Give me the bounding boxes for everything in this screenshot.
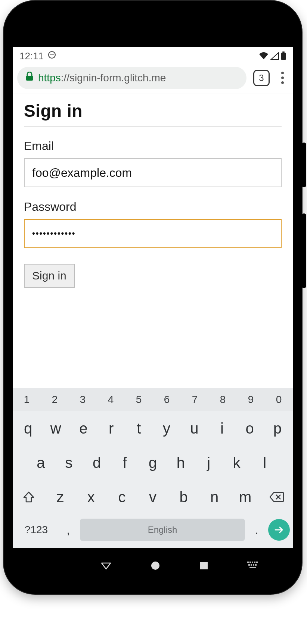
key-j[interactable]: j (195, 454, 223, 471)
battery-icon (281, 51, 286, 60)
dot-icon (281, 81, 284, 84)
email-input[interactable]: foo@example.com (24, 158, 282, 187)
svg-rect-19 (249, 567, 256, 568)
key-3[interactable]: 3 (69, 388, 97, 411)
svg-rect-15 (248, 564, 250, 566)
key-c[interactable]: c (106, 489, 137, 506)
key-9[interactable]: 9 (237, 388, 265, 411)
svg-rect-4 (26, 76, 33, 81)
overflow-menu-button[interactable] (276, 72, 288, 84)
key-w[interactable]: w (42, 420, 69, 437)
url-scheme: https (38, 72, 61, 84)
key-4[interactable]: 4 (97, 388, 125, 411)
keyboard-bottom-row: ?123 , English . (13, 514, 293, 545)
phone-frame: 12:11 (4, 1, 302, 594)
nav-recents-button[interactable] (199, 561, 209, 572)
key-n[interactable]: n (199, 489, 230, 506)
url-host: signin-form.glitch.me (69, 72, 166, 84)
nav-keyboard-switch-button[interactable] (247, 562, 258, 571)
svg-rect-17 (253, 564, 254, 566)
tab-switcher-button[interactable]: 3 (253, 70, 270, 86)
url-separator: :// (61, 72, 69, 84)
url-text: https://signin-form.glitch.me (38, 72, 166, 84)
key-q[interactable]: q (14, 420, 42, 437)
svg-rect-3 (282, 51, 285, 53)
keyboard-row-1: qwertyuiop (13, 411, 293, 446)
key-o[interactable]: o (236, 420, 264, 437)
key-8[interactable]: 8 (209, 388, 237, 411)
key-m[interactable]: m (230, 489, 261, 506)
phone-side-button (302, 143, 306, 187)
enter-key[interactable] (268, 519, 290, 541)
page-content: Sign in Email foo@example.com Password •… (13, 94, 293, 388)
key-u[interactable]: u (180, 420, 208, 437)
key-0[interactable]: 0 (265, 388, 293, 411)
dnd-icon (47, 50, 56, 62)
wifi-icon (258, 52, 269, 60)
sign-in-button[interactable]: Sign in (24, 264, 75, 288)
key-a[interactable]: a (27, 454, 55, 471)
comma-key-label: , (67, 523, 70, 537)
status-time: 12:11 (19, 50, 44, 62)
tab-count: 3 (259, 73, 264, 83)
key-p[interactable]: p (264, 420, 291, 437)
symbols-key-label: ?123 (25, 524, 48, 535)
dot-icon (281, 72, 284, 74)
symbols-key[interactable]: ?123 (16, 524, 57, 536)
key-r[interactable]: r (97, 420, 125, 437)
email-input-value: foo@example.com (32, 166, 132, 180)
key-f[interactable]: f (111, 454, 139, 471)
password-field-group: Password •••••••••••• (24, 200, 282, 248)
key-d[interactable]: d (83, 454, 111, 471)
svg-rect-13 (254, 562, 255, 563)
key-i[interactable]: i (208, 420, 236, 437)
shift-key[interactable] (14, 491, 43, 503)
keyboard-number-row: 1234567890 (13, 388, 293, 411)
comma-key[interactable]: , (60, 523, 77, 537)
android-nav-bar (13, 548, 293, 585)
keyboard-row-3: zxcvbnm (13, 480, 293, 514)
page-title: Sign in (24, 101, 282, 126)
nav-home-button[interactable] (150, 560, 161, 572)
key-v[interactable]: v (137, 489, 168, 506)
period-key[interactable]: . (248, 523, 265, 537)
key-z[interactable]: z (45, 489, 76, 506)
address-bar[interactable]: https://signin-form.glitch.me (17, 67, 246, 89)
screen: 12:11 (13, 47, 293, 548)
sign-in-button-label: Sign in (32, 269, 66, 282)
password-input[interactable]: •••••••••••• (24, 219, 282, 248)
phone-side-button (302, 213, 306, 288)
key-5[interactable]: 5 (125, 388, 153, 411)
cell-signal-icon (270, 52, 279, 60)
svg-rect-12 (252, 562, 253, 563)
svg-rect-16 (251, 564, 252, 566)
lock-icon (25, 72, 34, 84)
password-input-value: •••••••••••• (32, 229, 75, 238)
key-1[interactable]: 1 (13, 388, 41, 411)
key-s[interactable]: s (55, 454, 83, 471)
svg-rect-9 (200, 562, 208, 569)
soft-keyboard: 1234567890 qwertyuiop asdfghjkl zxcvbnm (13, 388, 293, 548)
svg-rect-10 (247, 562, 249, 563)
arrow-right-icon (273, 524, 285, 535)
key-l[interactable]: l (251, 454, 279, 471)
keyboard-row-2: asdfghjkl (13, 446, 293, 480)
email-field-group: Email foo@example.com (24, 139, 282, 187)
key-h[interactable]: h (167, 454, 195, 471)
status-bar: 12:11 (13, 47, 293, 65)
nav-back-button[interactable] (100, 560, 112, 573)
key-e[interactable]: e (69, 420, 97, 437)
svg-point-8 (151, 562, 159, 570)
backspace-key[interactable] (262, 491, 291, 503)
key-g[interactable]: g (139, 454, 167, 471)
key-7[interactable]: 7 (181, 388, 209, 411)
key-6[interactable]: 6 (153, 388, 181, 411)
key-t[interactable]: t (125, 420, 153, 437)
key-y[interactable]: y (153, 420, 180, 437)
space-key[interactable]: English (80, 519, 245, 541)
key-2[interactable]: 2 (41, 388, 69, 411)
key-x[interactable]: x (76, 489, 107, 506)
key-b[interactable]: b (168, 489, 199, 506)
svg-rect-11 (249, 562, 251, 563)
key-k[interactable]: k (223, 454, 251, 471)
